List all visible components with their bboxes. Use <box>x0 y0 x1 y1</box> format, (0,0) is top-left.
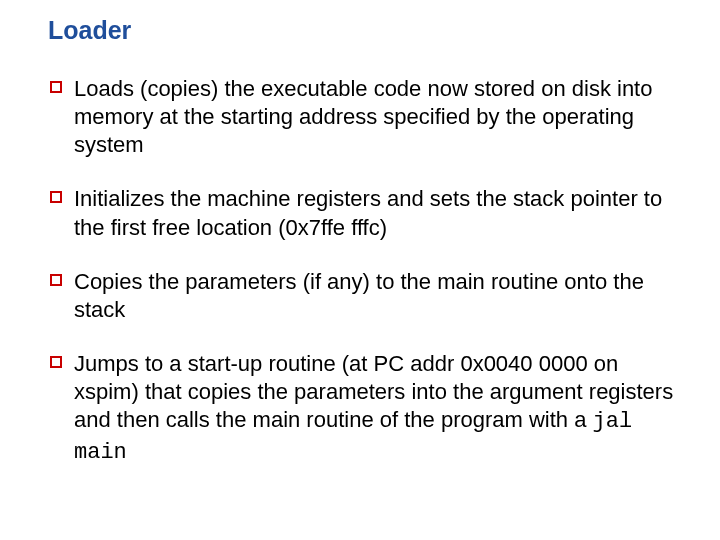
slide-title: Loader <box>48 16 680 45</box>
item-text-span: Jumps to a start-up routine (at PC addr … <box>74 351 673 432</box>
item-text: Loads (copies) the executable code now s… <box>74 75 680 159</box>
square-bullet-icon <box>50 191 62 203</box>
list-item: Loads (copies) the executable code now s… <box>48 75 680 159</box>
square-bullet-icon <box>50 81 62 93</box>
list-item: Copies the parameters (if any) to the ma… <box>48 268 680 324</box>
item-text: Initializes the machine registers and se… <box>74 185 680 241</box>
square-bullet-icon <box>50 356 62 368</box>
square-bullet-icon <box>50 274 62 286</box>
item-text: Copies the parameters (if any) to the ma… <box>74 268 680 324</box>
list-item: Jumps to a start-up routine (at PC addr … <box>48 350 680 467</box>
slide: Loader Loads (copies) the executable cod… <box>0 0 720 540</box>
list-item: Initializes the machine registers and se… <box>48 185 680 241</box>
item-text: Jumps to a start-up routine (at PC addr … <box>74 350 680 467</box>
